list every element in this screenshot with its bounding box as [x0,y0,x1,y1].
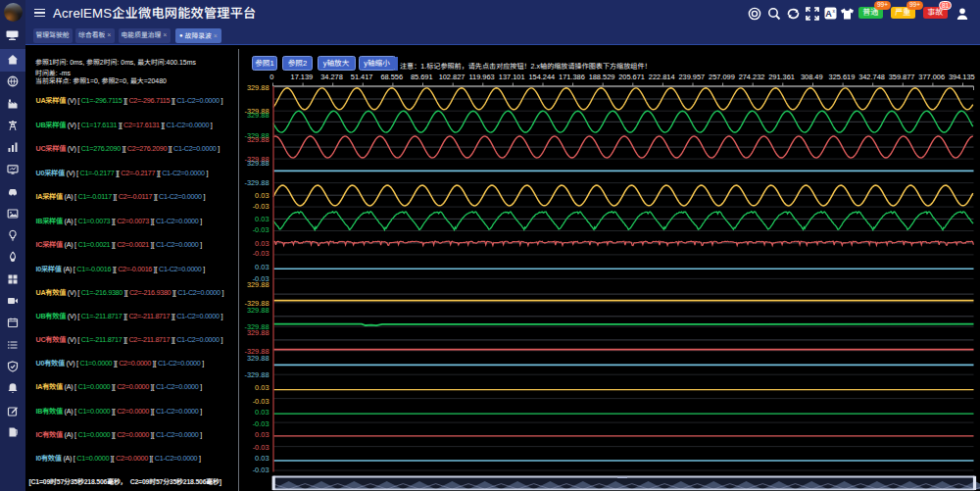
svg-text:329.88: 329.88 [247,280,270,289]
svg-text:329.88: 329.88 [247,135,270,144]
svg-text:154.244: 154.244 [528,73,555,81]
svg-text:291.361: 291.361 [768,73,795,81]
svg-text:0.03: 0.03 [255,408,269,417]
svg-text:329.88: 329.88 [247,306,270,315]
svg-text:0.03: 0.03 [255,383,269,392]
svg-text:102.827: 102.827 [439,73,466,81]
svg-text:-0.03: -0.03 [253,443,270,452]
svg-text:308.49: 308.49 [801,73,823,81]
svg-text:222.814: 222.814 [649,73,675,81]
svg-text:-329.88: -329.88 [244,370,269,379]
svg-text:342.748: 342.748 [858,73,885,81]
svg-text:188.529: 188.529 [589,73,615,81]
svg-text:329.88: 329.88 [247,83,270,92]
svg-text:51.417: 51.417 [351,73,373,81]
svg-text:119.963: 119.963 [469,73,495,81]
svg-text:-0.03: -0.03 [253,466,270,474]
svg-text:68.556: 68.556 [380,73,403,81]
svg-text:-0.03: -0.03 [253,397,270,406]
svg-text:329.88: 329.88 [247,111,270,120]
svg-text:-0.03: -0.03 [253,225,270,234]
svg-text:239.957: 239.957 [678,73,705,81]
svg-text:0.03: 0.03 [255,215,269,223]
svg-text:-0.03: -0.03 [253,249,270,258]
svg-text:394.135: 394.135 [949,73,975,81]
svg-text:0.03: 0.03 [255,263,269,271]
svg-text:0: 0 [270,73,273,81]
svg-text:-0.03: -0.03 [253,202,270,211]
svg-text:-329.88: -329.88 [244,178,269,187]
svg-text:0.03: 0.03 [255,430,269,439]
svg-text:377.006: 377.006 [918,73,945,81]
svg-text:171.386: 171.386 [559,73,585,81]
svg-text:325.619: 325.619 [829,73,856,81]
svg-text:17.139: 17.139 [291,73,314,81]
svg-text:329.88: 329.88 [247,328,270,337]
svg-text:0.03: 0.03 [255,191,269,200]
svg-text:0.03: 0.03 [255,454,269,463]
svg-text:34.278: 34.278 [320,73,343,81]
svg-text:329.88: 329.88 [247,354,270,363]
svg-text:137.101: 137.101 [499,73,525,81]
svg-text:257.099: 257.099 [709,73,735,81]
svg-text:85.691: 85.691 [411,73,433,81]
svg-text:-0.03: -0.03 [253,419,270,428]
svg-text:205.671: 205.671 [618,73,645,81]
svg-text:274.232: 274.232 [739,73,765,81]
svg-text:329.88: 329.88 [247,159,270,168]
svg-text:359.877: 359.877 [889,73,915,81]
svg-text:0.03: 0.03 [255,239,269,248]
